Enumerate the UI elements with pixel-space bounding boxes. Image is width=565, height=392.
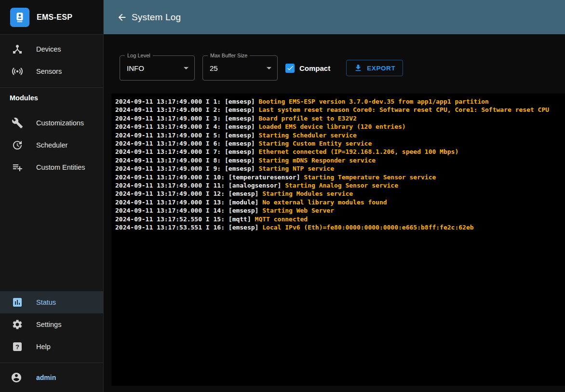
log-level-marker: I 3: [206,115,221,122]
log-message: Loaded EMS device library (120 entries) [258,123,405,130]
log-line: 2024-09-11 13:17:49.000 I 10: [temperatu… [115,173,565,181]
page-title: System Log [132,12,181,23]
log-message: Starting Scheduler service [258,132,357,139]
sidebar-item-sensors[interactable]: Sensors [0,60,103,82]
log-level-marker: I 11: [206,182,225,189]
log-tag: [emsesp] [225,115,255,122]
log-tag: [emsesp] [225,157,255,164]
log-tag: [emsesp] [225,165,255,172]
sidebar-item-devices[interactable]: Devices [0,38,103,60]
sidebar: EMS-ESP Devices Sensors Modules Customiz… [0,0,104,392]
sidebar-item-settings[interactable]: Settings [0,313,103,336]
log-tag: [emsesp] [225,98,255,105]
log-time: 2024-09-11 13:17:49.000 [115,174,202,181]
sidebar-item-label: Custom Entities [36,163,85,171]
log-time: 2024-09-11 13:17:49.000 [115,148,202,155]
log-line: 2024-09-11 13:17:49.000 I 14: [emsesp] S… [115,206,565,215]
log-tag: [emsesp] [229,190,259,197]
log-line: 2024-09-11 13:17:53.551 I 16: [emsesp] L… [115,223,565,231]
help-icon: ? [12,341,23,352]
log-time: 2024-09-11 13:17:49.000 [115,132,202,139]
log-message: Starting mDNS Responder service [258,157,376,164]
log-line: 2024-09-11 13:17:49.000 I 9: [emsesp] St… [115,164,565,173]
export-button[interactable]: EXPORT [346,60,403,76]
log-line: 2024-09-11 13:17:49.000 I 7: [emsesp] Et… [115,148,565,156]
log-level-marker: I 8: [206,157,221,164]
sidebar-item-label: Sensors [36,68,62,75]
log-level-marker: I 5: [206,132,221,139]
log-line: 2024-09-11 13:17:49.000 I 2: [emsesp] La… [115,106,565,114]
log-message: Starting Temperature Sensor service [304,174,436,181]
log-time: 2024-09-11 13:17:49.000 [115,115,202,122]
wrench-icon [12,117,23,129]
log-time: 2024-09-11 13:17:49.000 [115,165,202,172]
log-time: 2024-09-11 13:17:52.550 [115,216,202,223]
max-buffer-size-value: 25 [210,64,267,72]
log-message: Starting NTP service [258,165,334,172]
log-message: Ethernet connected (IP=192.168.1.206, sp… [258,148,458,155]
log-time: 2024-09-11 13:17:49.000 [115,207,202,214]
log-message: MQTT connected [255,216,308,223]
log-tag: [analogsensor] [229,182,282,189]
log-message: Booting EMS-ESP version 3.7.0-dev.35 fro… [258,98,488,105]
log-message: Starting Web Server [262,207,334,214]
sidebar-item-status[interactable]: Status [0,291,103,313]
log-line: 2024-09-11 13:17:49.000 I 8: [emsesp] St… [115,156,565,164]
sidebar-item-custom-entities[interactable]: Custom Entities [0,156,103,178]
sidebar-item-label: Help [36,343,51,351]
log-time: 2024-09-11 13:17:49.000 [115,140,202,147]
log-message: Starting Custom Entity service [258,140,372,147]
sidebar-item-label: Devices [36,45,61,53]
account-circle-icon [11,372,22,383]
max-buffer-size-label: Max Buffer Size [208,53,250,58]
log-level-marker: I 1: [206,98,221,105]
log-level-marker: I 10: [206,174,225,181]
log-message: Starting Analog Sensor service [285,182,398,189]
checkbox-checked-icon [285,64,295,73]
log-level-marker: I 14: [206,207,225,214]
export-button-label: EXPORT [367,65,395,72]
log-message: No external library modules found [262,199,387,206]
sidebar-item-label: Settings [36,321,61,328]
max-buffer-size-select[interactable]: Max Buffer Size 25 [202,55,278,81]
arrow-back-icon [117,12,127,23]
sidebar-nav: Devices Sensors [0,35,103,82]
log-tag: [emsesp] [225,132,255,139]
compact-label: Compact [299,64,330,72]
chevron-down-icon [267,67,271,69]
sidebar-item-help[interactable]: ? Help [0,336,103,358]
log-line: 2024-09-11 13:17:49.000 I 12: [emsesp] S… [115,189,565,198]
log-tag: [mqtt] [229,216,251,223]
sidebar-spacer [0,178,103,291]
sidebar-header: EMS-ESP [0,0,103,35]
log-controls: Log Level INFO Max Buffer Size 25 Compac… [120,55,565,81]
main-area: System Log Log Level INFO Max Buffer Siz… [104,0,565,392]
log-time: 2024-09-11 13:17:49.000 [115,106,202,113]
compact-checkbox[interactable]: Compact [285,64,330,73]
log-panel[interactable]: 2024-09-11 13:17:49.000 I 1: [emsesp] Bo… [111,94,565,386]
log-time: 2024-09-11 13:17:49.000 [115,190,202,197]
log-line: 2024-09-11 13:17:49.000 I 3: [emsesp] Bo… [115,114,565,122]
device-hub-icon [12,43,23,55]
sidebar-user[interactable]: admin [0,363,103,392]
log-line: 2024-09-11 13:17:49.000 I 6: [emsesp] St… [115,139,565,148]
username-label: admin [36,374,56,381]
appbar: System Log [104,0,565,34]
log-tag: [emsesp] [229,224,259,231]
log-tag: [temperaturesensor] [229,174,300,181]
log-time: 2024-09-11 13:17:49.000 [115,199,202,206]
log-time: 2024-09-11 13:17:53.551 [115,224,202,231]
sidebar-item-scheduler[interactable]: Scheduler [0,134,103,156]
content: Log Level INFO Max Buffer Size 25 Compac… [104,34,565,392]
log-level-marker: I 7: [206,148,221,155]
log-level-marker: I 9: [206,165,221,172]
sidebar-item-label: Customizations [36,119,84,127]
log-lines: 2024-09-11 13:17:49.000 I 1: [emsesp] Bo… [115,97,565,232]
back-button[interactable] [114,10,130,25]
log-tag: [emsesp] [225,140,255,147]
log-level-select[interactable]: Log Level INFO [120,55,195,81]
log-time: 2024-09-11 13:17:49.000 [115,98,202,105]
log-tag: [emsesp] [225,123,255,130]
sidebar-item-customizations[interactable]: Customizations [0,112,103,134]
log-line: 2024-09-11 13:17:49.000 I 5: [emsesp] St… [115,131,565,139]
